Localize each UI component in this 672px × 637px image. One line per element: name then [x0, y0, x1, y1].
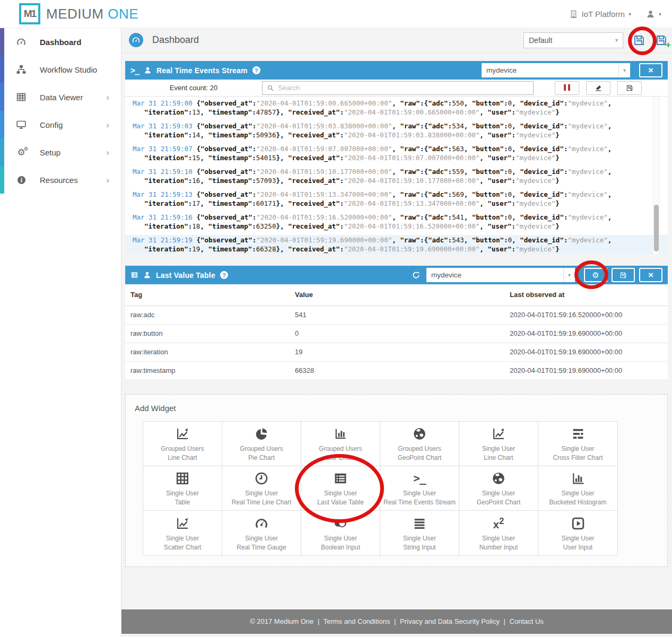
table-row: raw:iteration192020-04-01T01:59:19.69000…: [125, 343, 668, 361]
widget-option-group: Single User: [403, 534, 436, 543]
sidebar-accent-strip: [0, 56, 4, 83]
help-icon[interactable]: ?: [252, 66, 260, 74]
widget-option-single-user-string-input[interactable]: Single UserString Input: [380, 511, 459, 555]
event-count: Event count: 20: [125, 84, 262, 92]
search-icon: [267, 84, 274, 92]
widget-option-group: Single User: [403, 489, 436, 498]
refresh-icon[interactable]: [412, 270, 421, 280]
footer-link-privacy-and-data-security-policy[interactable]: Privacy and Data Security Policy: [400, 617, 500, 625]
bar-chart-icon: [333, 425, 348, 442]
sidebar-item-config[interactable]: Config›: [0, 111, 121, 138]
user-menu[interactable]: ▾: [646, 10, 661, 19]
device-select[interactable]: mydevice ▾: [426, 268, 575, 282]
info-icon: [15, 175, 27, 185]
device-select[interactable]: mydevice ▾: [482, 63, 630, 77]
widget-option-single-user-real-time-line-chart[interactable]: Single UserReal Time Line Chart: [222, 466, 301, 511]
log-timestamp: Mar 31 21:59:16: [133, 213, 193, 221]
last-value-table-widget: Last Value Table ? mydevice ▾ ⚙× TagValu…: [125, 266, 668, 380]
widget-option-name: Real Time Events Stream: [383, 498, 456, 507]
dashboard-select[interactable]: Default ▾: [523, 32, 623, 48]
log-scrollbar[interactable]: [653, 97, 659, 254]
pause-button[interactable]: [555, 81, 579, 95]
topbar: M1 MEDIUM ONE IoT Platform ▾ ▾: [0, 0, 672, 28]
events-toolbar: Event count: 20: [125, 80, 668, 97]
table-row: raw:button02020-04-01T01:59:19.690000+00…: [125, 324, 668, 343]
widget-option-group: Single User: [482, 534, 515, 543]
save-as-new-dashboard-button[interactable]: +: [655, 34, 668, 47]
widget-option-name: Cross Filter Chart: [553, 453, 603, 463]
widget-option-group: Grouped Users: [161, 444, 204, 453]
events-log: Mar 31 21:59:00 {"observed_at":"2020-04-…: [125, 97, 668, 254]
close-icon: ×: [648, 270, 653, 280]
widget-option-grouped-users-geopoint-chart[interactable]: Grouped UsersGeoPoint Chart: [380, 422, 459, 466]
log-scrollbar-thumb[interactable]: [654, 205, 659, 251]
sidebar-item-dashboard[interactable]: Dashboard: [0, 28, 121, 56]
terminal-icon: >_: [413, 470, 425, 487]
log-timestamp: Mar 31 21:59:10: [133, 168, 193, 176]
table-row: raw:adc5412020-04-01T01:59:16.520000+00:…: [125, 306, 668, 324]
close-widget-button[interactable]: ×: [639, 63, 662, 77]
widget-option-single-user-real-time-events-stream[interactable]: >_Single UserReal Time Events Stream: [380, 466, 459, 511]
search-input[interactable]: [278, 84, 529, 92]
save-icon: [626, 84, 633, 92]
log-timestamp: Mar 31 21:59:00: [133, 99, 193, 107]
log-timestamp: Mar 31 21:59:07: [133, 145, 193, 153]
widget-option-grouped-users-bar-chart[interactable]: Grouped UsersBar Chart: [301, 422, 380, 466]
save-events-button[interactable]: [617, 81, 642, 95]
save-icon: [619, 272, 627, 279]
save-widget-button[interactable]: [612, 268, 635, 282]
footer: © 2017 Medium One | Terms and Conditions…: [121, 609, 672, 634]
footer-link-contact-us[interactable]: Contact Us: [510, 617, 544, 625]
sidebar-accent-strip: [0, 111, 4, 138]
widget-option-single-user-real-time-gauge[interactable]: Single UserReal Time Gauge: [222, 511, 301, 555]
list-table-lg-icon: [333, 470, 348, 487]
save-dashboard-button[interactable]: [633, 34, 645, 47]
close-widget-button[interactable]: ×: [639, 268, 662, 282]
widget-option-single-user-user-input[interactable]: Single UserUser Input: [538, 511, 617, 555]
widget-option-single-user-table[interactable]: Single UserTable: [143, 466, 222, 511]
widget-option-name: GeoPoint Chart: [477, 498, 521, 507]
widget-option-group: Single User: [245, 489, 278, 498]
brand-logo[interactable]: M1 MEDIUM ONE: [19, 3, 138, 24]
widget-option-name: Bucketed Histogram: [549, 498, 606, 507]
sidebar-item-data-viewer[interactable]: Data Viewer›: [0, 83, 121, 111]
widget-option-group: Single User: [324, 534, 357, 543]
globe-icon: [491, 470, 506, 487]
widget-option-name: Real Time Line Chart: [232, 498, 292, 507]
widget-option-single-user-line-chart[interactable]: Single UserLine Chart: [459, 422, 538, 466]
widget-option-single-user-scatter-chart[interactable]: Single UserScatter Chart: [143, 511, 222, 555]
platform-menu[interactable]: IoT Platform ▾: [569, 10, 631, 19]
widget-option-single-user-cross-filter-chart[interactable]: Single UserCross Filter Chart: [538, 422, 617, 466]
sidebar-item-setup[interactable]: ⚙⚙Setup›: [0, 138, 121, 166]
gears-icon: ⚙⚙: [15, 148, 27, 157]
widget-option-group: Grouped Users: [240, 444, 283, 453]
widget-option-grouped-users-line-chart[interactable]: Grouped UsersLine Chart: [143, 422, 222, 466]
help-icon[interactable]: ?: [220, 271, 228, 279]
widget-option-single-user-number-input[interactable]: x2Single UserNumber Input: [459, 511, 538, 555]
search-box: [262, 81, 534, 95]
building-icon: [569, 10, 578, 19]
widget-option-name: Last Value Table: [317, 498, 364, 507]
gear-icon: ⚙: [592, 270, 599, 280]
footer-link-terms-and-conditions[interactable]: Terms and Conditions: [324, 617, 390, 625]
sidebar-item-workflow-studio[interactable]: Workflow Studio: [0, 56, 121, 83]
widget-option-grouped-users-pie-chart[interactable]: Grouped UsersPie Chart: [222, 422, 301, 466]
widget-option-single-user-geopoint-chart[interactable]: Single UserGeoPoint Chart: [459, 466, 538, 511]
log-entry: Mar 31 21:59:07 {"observed_at":"2020-04-…: [125, 144, 668, 164]
widget-option-name: Real Time Gauge: [237, 543, 286, 552]
gauge-icon: [254, 515, 269, 532]
sidebar-item-resources[interactable]: Resources›: [0, 166, 121, 194]
widget-option-name: Line Chart: [484, 453, 513, 463]
widget-option-group: Grouped Users: [319, 444, 362, 453]
widget-option-single-user-boolean-input[interactable]: Single UserBoolean Input: [301, 511, 380, 555]
widget-settings-button[interactable]: ⚙: [584, 268, 607, 282]
chevron-right-icon: ›: [106, 93, 109, 102]
widget-option-single-user-last-value-table[interactable]: Single UserLast Value Table: [301, 466, 380, 511]
widget-option-single-user-bucketed-histogram[interactable]: Single UserBucketed Histogram: [538, 466, 617, 511]
caret-down-icon: ▾: [563, 268, 575, 282]
widget-option-group: Single User: [561, 489, 594, 498]
clear-button[interactable]: [586, 81, 610, 95]
sidebar-accent-strip: [0, 83, 4, 111]
events-widget-header: >_ Real Time Events Stream ? mydevice ▾ …: [125, 61, 668, 80]
log-entry: Mar 31 21:59:13 {"observed_at":"2020-04-…: [125, 189, 668, 210]
